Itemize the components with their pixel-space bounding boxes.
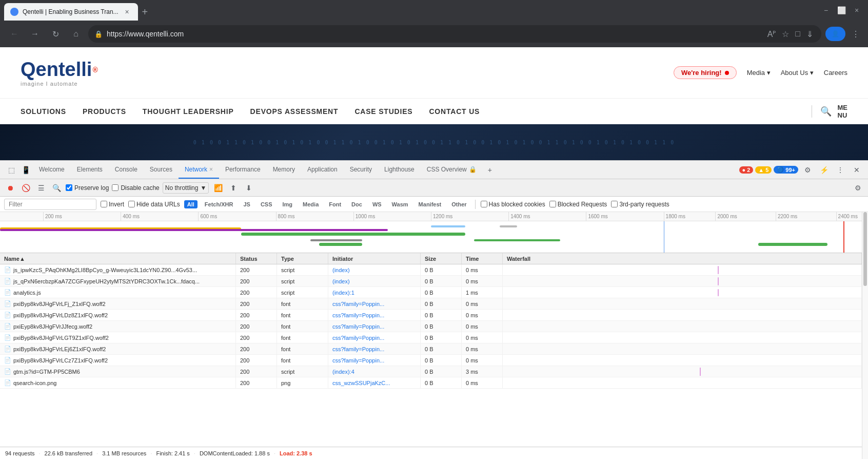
th-time[interactable]: Time	[462, 253, 503, 264]
network-tab-close[interactable]: ×	[209, 166, 213, 173]
tab-memory[interactable]: Memory	[267, 161, 301, 179]
close-button[interactable]: ×	[850, 3, 864, 17]
has-blocked-checkbox[interactable]: Has blocked cookies	[481, 201, 545, 208]
nav-products[interactable]: PRODUCTS	[83, 100, 126, 123]
close-devtools-button[interactable]: ✕	[850, 163, 864, 177]
filter-all[interactable]: All	[184, 200, 198, 208]
network-settings[interactable]: ⚙	[852, 182, 864, 194]
browser-tab-active[interactable]: Qentelli | Enabling Business Tran... ×	[4, 3, 138, 21]
throttle-select[interactable]: No throttling ▼	[163, 182, 209, 194]
wifi-icon[interactable]: 📶	[212, 182, 224, 194]
blocked-requests-checkbox[interactable]: Blocked Requests	[549, 201, 607, 208]
restore-button[interactable]: ⬜	[834, 3, 849, 17]
blocked-req-input[interactable]	[549, 201, 556, 207]
table-row[interactable]: 📄pxiByp8kv8JHgFVrLDz8Z1xlFQ.woff2 200 fo…	[0, 310, 862, 321]
minimize-button[interactable]: −	[819, 3, 833, 17]
filter-fetch-xhr[interactable]: Fetch/XHR	[202, 200, 236, 208]
preserve-log-input[interactable]	[66, 184, 72, 191]
third-party-checkbox[interactable]: 3rd-party requests	[611, 201, 669, 208]
table-row[interactable]: 📄qsearch-icon.png 200 png css_wzwSSUPjaK…	[0, 377, 862, 389]
hide-data-urls-input[interactable]	[128, 201, 135, 207]
nav-solutions[interactable]: SOLUTIONS	[21, 100, 66, 123]
tab-console[interactable]: Console	[109, 161, 144, 179]
new-tab-button[interactable]: +	[138, 3, 152, 21]
devtools-scrollbar[interactable]	[862, 212, 868, 459]
filter-doc[interactable]: Doc	[348, 200, 365, 208]
table-row[interactable]: 📄js_qPxN6ercbzpKaA7ZCGFxypeUH2ytyMTS2tYD…	[0, 276, 862, 287]
home-button[interactable]: ⌂	[68, 26, 84, 42]
disable-cache-checkbox[interactable]: Disable cache	[112, 184, 159, 192]
th-initiator[interactable]: Initiator	[328, 253, 421, 264]
media-link[interactable]: Media ▾	[747, 69, 771, 76]
devtools-inspect-button[interactable]: ⬚	[4, 163, 18, 177]
record-button[interactable]: ⏺	[4, 182, 16, 194]
filter-input[interactable]	[4, 199, 96, 210]
th-status[interactable]: Status	[236, 253, 277, 264]
tab-close-button[interactable]: ×	[123, 7, 132, 16]
filter-toggle[interactable]: ☰	[35, 182, 47, 194]
has-blocked-input[interactable]	[481, 201, 487, 207]
add-tab-button[interactable]: +	[483, 163, 497, 177]
third-party-input[interactable]	[611, 201, 618, 207]
invert-input[interactable]	[101, 201, 107, 207]
tab-network[interactable]: Network ×	[179, 161, 219, 179]
profile-button[interactable]: 👤	[825, 27, 845, 41]
initiator-link-6[interactable]: css?family=Poppin...	[332, 335, 384, 341]
initiator-link-4[interactable]: css?family=Poppin...	[332, 312, 384, 318]
table-row[interactable]: 📄pxiByp8kv8JHgFVrLFj_Z1xlFQ.woff2 200 fo…	[0, 298, 862, 310]
nav-contact[interactable]: CONTACT US	[429, 100, 480, 123]
tab-application[interactable]: Application	[301, 161, 344, 179]
filter-font[interactable]: Font	[326, 200, 344, 208]
th-name[interactable]: Name ▲	[0, 253, 236, 264]
table-row[interactable]: 📄pxiByp8kv8JHgFVrLGT9Z1xlFQ.woff2 200 fo…	[0, 332, 862, 343]
filter-img[interactable]: Img	[280, 200, 296, 208]
more-button[interactable]: ⋮	[833, 163, 847, 177]
invert-checkbox[interactable]: Invert	[101, 201, 124, 208]
filter-js[interactable]: JS	[240, 200, 253, 208]
initiator-link-9[interactable]: (index):4	[332, 369, 354, 375]
customize-button[interactable]: ⚡	[817, 163, 831, 177]
table-row[interactable]: 📄analytics.js 200 script (index):1 0 B 1…	[0, 287, 862, 298]
filter-wasm[interactable]: Wasm	[389, 200, 411, 208]
initiator-link-1[interactable]: (index)	[332, 278, 350, 284]
search-button[interactable]: 🔍	[820, 106, 832, 117]
table-row[interactable]: 📄pxiEyp8kv8JHgFVrJJfecg.woff2 200 font c…	[0, 321, 862, 332]
filter-ws[interactable]: WS	[369, 200, 385, 208]
table-row[interactable]: 📄gtm.js?id=GTM-PP5CBM6 200 script (index…	[0, 366, 862, 377]
initiator-link-2[interactable]: (index):1	[332, 290, 354, 296]
settings-button[interactable]: ⚙	[800, 163, 815, 177]
tab-security[interactable]: Security	[344, 161, 378, 179]
initiator-link-10[interactable]: css_wzwSSUPjaKzC...	[332, 380, 390, 386]
initiator-link-5[interactable]: css?family=Poppin...	[332, 323, 384, 330]
initiator-link-0[interactable]: (index)	[332, 267, 350, 273]
table-row[interactable]: 📄js_ipwKzcS_PAqOhKMg2LI8BpCyo_g-Wweuyic3…	[0, 264, 862, 276]
back-button[interactable]: ←	[6, 26, 23, 42]
filter-css[interactable]: CSS	[258, 200, 275, 208]
careers-link[interactable]: Careers	[824, 69, 847, 76]
tab-welcome[interactable]: Welcome	[33, 161, 71, 179]
tab-css-overview[interactable]: CSS Overview 🔒	[421, 161, 483, 179]
extensions-button[interactable]: ⋮	[850, 27, 862, 41]
tab-performance[interactable]: Performance	[219, 161, 267, 179]
initiator-link-7[interactable]: css?family=Poppin...	[332, 346, 384, 352]
favorites-icon[interactable]: ☆	[780, 27, 791, 41]
tab-lighthouse[interactable]: Lighthouse	[378, 161, 421, 179]
filter-media[interactable]: Media	[300, 200, 322, 208]
tab-elements[interactable]: Elements	[71, 161, 109, 179]
th-waterfall[interactable]: Waterfall	[503, 253, 862, 264]
scrollbar-thumb[interactable]	[863, 212, 867, 286]
forward-button[interactable]: →	[27, 26, 43, 42]
hiring-banner[interactable]: We're hiring!	[674, 66, 737, 79]
collections-icon[interactable]: □	[793, 27, 802, 41]
search-network[interactable]: 🔍	[50, 182, 63, 194]
download-icon[interactable]: ⇓	[804, 27, 815, 41]
nav-case-studies[interactable]: CASE STUDIES	[354, 100, 412, 123]
disable-cache-input[interactable]	[112, 184, 119, 191]
th-size[interactable]: Size	[421, 253, 462, 264]
translate-icon[interactable]: Aᴾ	[765, 27, 778, 41]
initiator-link-3[interactable]: css?family=Poppin...	[332, 301, 384, 307]
devtools-device-button[interactable]: 📱	[18, 163, 33, 177]
menu-button[interactable]: MENU	[838, 104, 848, 119]
th-type[interactable]: Type	[277, 253, 328, 264]
nav-devops[interactable]: DEVOPS ASSESSMENT	[250, 100, 339, 123]
